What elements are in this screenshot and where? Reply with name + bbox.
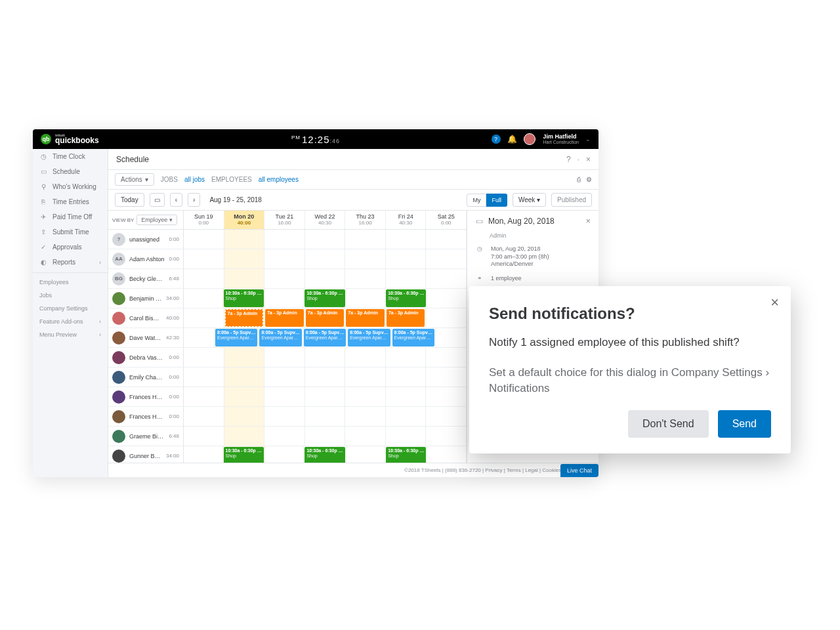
schedule-cell[interactable] [264,407,305,426]
schedule-cell[interactable] [426,427,467,446]
shift-block[interactable]: 10:30a - 6:30p …Shop [386,447,426,463]
schedule-cell[interactable] [264,230,305,249]
schedule-cell[interactable]: 8:00a - 5p Supv…Evergreen Apar… [392,328,436,347]
schedule-cell[interactable] [184,387,224,406]
shift-block[interactable]: 7a - 3p Admin [225,309,264,327]
published-button[interactable]: Published [551,193,592,207]
sidebar-sub-menu-preview[interactable]: Menu Preview› [33,328,108,341]
shift-block[interactable]: 8:00a - 5p Supv…Evergreen Apar… [304,329,346,346]
bell-icon[interactable]: 🔔 [507,135,517,144]
scope-my-button[interactable]: My [467,194,486,207]
sidebar-item-schedule[interactable]: ▭Schedule [33,164,108,179]
send-button[interactable]: Send [718,410,771,438]
schedule-cell[interactable] [386,269,427,288]
shift-block[interactable]: 10:30a - 6:30p …Shop [224,447,264,463]
schedule-cell[interactable] [427,446,467,463]
day-header[interactable]: Fri 2440:30 [386,211,427,229]
sidebar-sub-feature-add-ons[interactable]: Feature Add-ons› [33,315,108,328]
schedule-cell[interactable]: 8:00a - 5p Supv…Evergreen Apar… [347,328,391,347]
schedule-cell[interactable]: 7a - 3p Admin [386,308,427,327]
employees-filter-link[interactable]: all employees [259,176,299,183]
schedule-cell[interactable] [305,368,346,387]
schedule-cell[interactable] [345,249,386,268]
sidebar-item-reports[interactable]: ◐Reports› [33,255,108,270]
schedule-cell[interactable] [305,387,346,406]
help-icon[interactable]: ? [492,135,501,144]
schedule-cell[interactable]: 8:00a - 5p Supv…Evergreen Apar… [303,328,347,347]
schedule-cell[interactable]: 10:30a - 6:30p …Shop [304,446,346,463]
employee-cell[interactable]: Dave Watson42:30 [108,328,184,347]
schedule-cell[interactable] [426,387,467,406]
schedule-cell[interactable] [345,427,386,446]
actions-dropdown[interactable]: Actions ▾ [115,173,154,186]
schedule-cell[interactable] [426,407,467,426]
employee-cell[interactable]: ?unassigned0:00 [108,230,184,249]
schedule-cell[interactable] [264,348,305,367]
dialog-close-icon[interactable]: × [770,295,779,310]
sidebar-item-time-entries[interactable]: ⎘Time Entries [33,194,108,209]
day-header[interactable]: Thu 2316:00 [345,211,386,229]
schedule-cell[interactable] [184,249,224,268]
schedule-cell[interactable] [184,230,224,249]
sidebar-item-approvals[interactable]: ✓Approvals [33,240,108,255]
next-week-button[interactable]: › [188,193,200,207]
schedule-cell[interactable] [426,269,467,288]
schedule-cell[interactable] [224,407,265,426]
shift-block[interactable]: 10:30a - 6:30p …Shop [304,447,345,463]
schedule-cell[interactable] [346,446,386,463]
day-header[interactable]: Tue 2116:00 [264,211,305,229]
today-button[interactable]: Today [115,193,144,207]
schedule-cell[interactable]: 10:30a - 6:30p …Shop [223,446,265,463]
close-icon[interactable]: × [585,216,591,226]
schedule-cell[interactable]: 8:00a - 5p Supv…Evergreen Apar… [215,328,259,347]
schedule-cell[interactable] [264,269,305,288]
shift-block[interactable]: 8:00a - 5p Supv…Evergreen Apar… [215,329,257,346]
schedule-cell[interactable] [386,407,427,426]
prev-week-button[interactable]: ‹ [170,193,182,207]
schedule-cell[interactable] [386,368,427,387]
employee-cell[interactable]: Debra Vasquez0:00 [108,348,184,367]
chevron-down-icon[interactable]: ⌄ [585,136,591,142]
sidebar-item-paid-time-off[interactable]: ✈Paid Time Off [33,209,108,224]
schedule-cell[interactable] [264,387,305,406]
schedule-cell[interactable] [264,368,305,387]
employee-cell[interactable]: BGBecky Gleason6:48 [108,269,184,288]
schedule-cell[interactable] [426,348,467,367]
schedule-cell[interactable] [264,427,305,446]
sidebar-item-time-clock[interactable]: ◷Time Clock [33,149,108,164]
schedule-cell[interactable] [184,289,223,308]
schedule-cell[interactable] [224,368,265,387]
schedule-cell[interactable] [426,230,467,249]
user-menu[interactable]: Jim Hatfield Hart Construction [543,134,579,144]
schedule-cell[interactable]: 7a - 3p Admin [264,308,305,327]
schedule-cell[interactable] [305,348,346,367]
live-chat-button[interactable]: Live Chat [560,464,598,477]
schedule-cell[interactable] [345,387,386,406]
employee-cell[interactable]: AAAdam Ashton0:00 [108,249,184,268]
avatar-icon[interactable] [524,133,536,145]
schedule-cell[interactable] [184,407,224,426]
schedule-cell[interactable] [184,446,223,463]
employee-cell[interactable]: Gunner Bauch34:00 [108,446,184,463]
schedule-cell[interactable]: 10:30a - 6:30p …Shop [385,446,427,463]
schedule-cell[interactable] [224,387,265,406]
schedule-cell[interactable] [345,348,386,367]
calendar-icon[interactable]: ▭ [150,193,165,207]
day-header[interactable]: Sat 250:00 [426,211,467,229]
schedule-cell[interactable] [184,427,224,446]
schedule-cell[interactable] [345,230,386,249]
shift-block[interactable]: 8:00a - 5p Supv…Evergreen Apar… [348,329,390,346]
employee-cell[interactable]: Frances Herrera0:00 [108,407,184,426]
period-dropdown[interactable]: Week ▾ [513,193,546,207]
schedule-rows[interactable]: ?unassigned0:00AAAdam Ashton0:00BGBecky … [108,230,467,463]
schedule-cell[interactable] [386,230,427,249]
sidebar-sub-employees[interactable]: Employees [33,276,108,289]
schedule-cell[interactable]: 7a - 3p Admin [224,308,265,327]
schedule-cell[interactable] [305,230,346,249]
schedule-cell[interactable] [345,407,386,426]
sidebar-item-who-s-working[interactable]: ⚲Who's Working [33,179,108,194]
schedule-cell[interactable] [426,368,467,387]
day-header[interactable]: Mon 2040:00 [224,211,265,229]
schedule-cell[interactable] [184,269,224,288]
print-icon[interactable]: ⎙ [577,176,581,183]
